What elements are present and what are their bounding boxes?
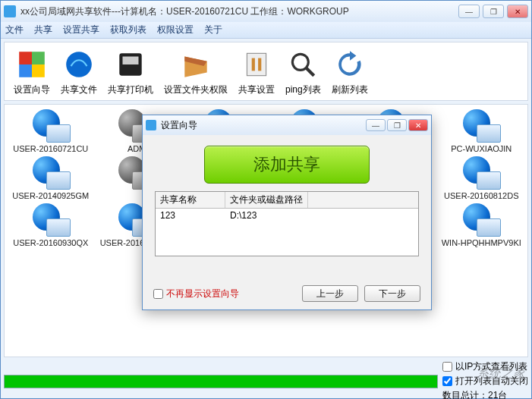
dialog-title: 设置向导 [161,119,366,132]
add-share-button[interactable]: 添加共享 [204,146,370,184]
main-window: xx公司局域网共享软件---计算机名：USER-20160721CU 工作组：W… [0,0,532,399]
next-button[interactable]: 下一步 [364,285,420,302]
computer-label: USER-20160930QX [13,238,88,247]
tool-wizard[interactable]: 设置向导 [14,47,50,96]
col-name: 共享名称 [156,192,225,208]
menu-share[interactable]: 共享 [34,24,52,36]
computer-item[interactable]: WIN-HPQHHMPV9KI [439,203,525,247]
computer-label: USER-20160812DS [444,191,518,200]
svg-line-7 [307,68,315,76]
tool-share-settings[interactable]: 共享设置 [238,47,275,96]
tool-ping[interactable]: ping列表 [285,47,321,96]
menu-set-share[interactable]: 设置共享 [63,24,99,36]
share-table[interactable]: 共享名称 文件夹或磁盘路径 123 D:\123 [155,191,419,256]
progress-row: 以IP方式查看列表 打开列表自动关闭 数目总计：21台 [4,360,528,399]
window-title: xx公司局域网共享软件---计算机名：USER-20160721CU 工作组：W… [20,5,458,18]
menu-perm[interactable]: 权限设置 [157,24,194,36]
computer-icon [460,109,502,144]
dialog-maximize[interactable]: ❐ [387,119,407,131]
prev-button[interactable]: 上一步 [302,285,358,302]
svg-point-0 [66,52,92,77]
dialog-close[interactable]: ✕ [408,119,428,131]
auto-close-checkbox[interactable]: 打开列表自动关闭 [442,375,528,388]
cell-name: 123 [156,209,225,222]
progress-bar [4,375,438,388]
dialog-titlebar[interactable]: 设置向导 — ❐ ✕ [143,115,431,135]
wizard-dialog: 设置向导 — ❐ ✕ 添加共享 共享名称 文件夹或磁盘路径 123 D:\123… [142,115,432,310]
tool-printer[interactable]: 共享打印机 [108,47,153,96]
tool-label: ping列表 [285,83,321,96]
toolbar: 设置向导 共享文件 共享打印机 设置文件夹权限 共享设置 [4,42,528,101]
computer-icon [460,203,502,238]
computer-item[interactable]: USER-20160721CU [8,109,94,153]
computer-item[interactable]: USER-20140925GM [8,156,94,200]
minimize-button[interactable]: — [458,5,480,18]
menu-get-list[interactable]: 获取列表 [110,24,146,36]
window-controls: — ❐ ✕ [458,5,528,18]
tool-label: 共享文件 [61,83,97,96]
share-file-icon [61,47,96,82]
computer-icon [30,109,72,144]
computer-label: USER-20140925GM [12,191,89,200]
computer-label: WIN-HPQHHMPV9KI [442,238,521,247]
ip-mode-checkbox[interactable]: 以IP方式查看列表 [442,360,528,373]
table-header: 共享名称 文件夹或磁盘路径 [156,192,418,209]
tool-refresh[interactable]: 刷新列表 [332,47,368,96]
app-icon [4,5,16,17]
count-label: 数目总计：21台 [442,389,528,399]
computer-item[interactable]: USER-20160930QX [8,203,94,247]
printer-icon [113,47,148,82]
menu-file[interactable]: 文件 [5,24,24,36]
menu-about[interactable]: 关于 [204,24,222,36]
tool-folder-perm[interactable]: 设置文件夹权限 [164,47,228,96]
svg-rect-3 [247,53,266,75]
table-row[interactable]: 123 D:\123 [156,209,418,222]
refresh-icon [332,47,367,82]
computer-icon [30,156,72,191]
svg-rect-2 [123,56,139,64]
tool-label: 共享设置 [238,83,275,96]
computer-icon [460,156,502,191]
svg-rect-4 [252,58,255,71]
computer-label: PC-WUXIAOJIN [451,144,512,153]
ping-icon [285,47,320,82]
tool-share-file[interactable]: 共享文件 [61,47,97,96]
titlebar[interactable]: xx公司局域网共享软件---计算机名：USER-20160721CU 工作组：W… [1,1,531,22]
svg-rect-5 [258,58,261,71]
tool-label: 共享打印机 [108,83,153,96]
computer-item[interactable]: PC-WUXIAOJIN [439,109,525,153]
dialog-icon [146,120,156,130]
tool-label: 刷新列表 [332,83,368,96]
dialog-minimize[interactable]: — [366,119,386,131]
dont-show-checkbox[interactable]: 不再显示设置向导 [153,287,239,300]
computer-icon [30,203,72,238]
share-settings-icon [239,47,274,82]
wizard-icon [14,47,49,82]
col-path: 文件夹或磁盘路径 [225,192,308,208]
tool-label: 设置向导 [14,83,50,96]
menubar: 文件 共享 设置共享 获取列表 权限设置 关于 [1,22,531,39]
computer-label: USER-20160721CU [13,144,88,153]
tool-label: 设置文件夹权限 [164,83,228,96]
folder-perm-icon [178,47,213,82]
close-button[interactable]: ✕ [507,5,528,18]
cell-path: D:\123 [225,209,261,222]
maximize-button[interactable]: ❐ [483,5,504,18]
computer-item[interactable]: USER-20160812DS [439,156,525,200]
